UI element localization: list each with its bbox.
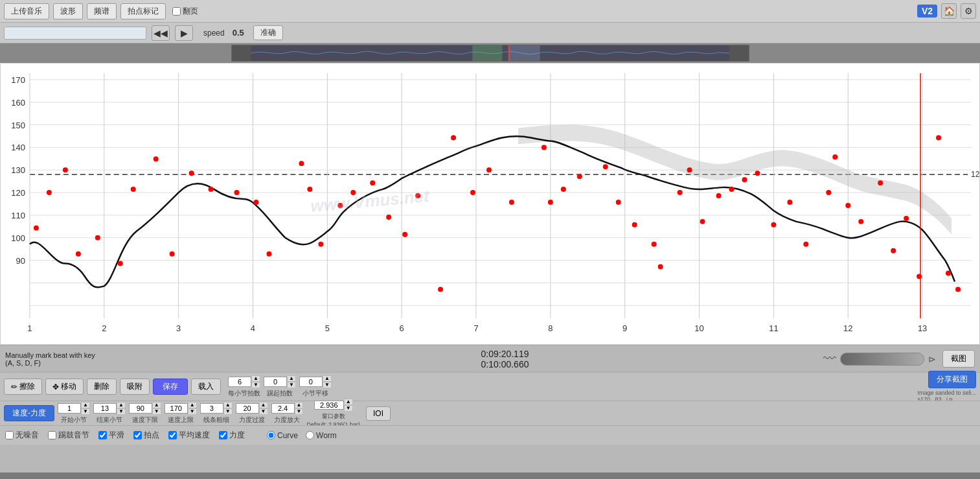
window-param-up[interactable]: ▲: [344, 399, 353, 405]
svg-text:9: 9: [622, 323, 627, 333]
small-beat-input[interactable]: [299, 377, 323, 387]
param-row: 速度-力度 ▲ ▼ 开始小节 ▲ ▼ 结束小节: [0, 401, 980, 425]
svg-point-56: [95, 235, 100, 240]
svg-text:128.5: 128.5: [971, 170, 979, 179]
svg-point-76: [451, 135, 456, 140]
zhunque-button[interactable]: 准确: [253, 25, 283, 40]
home-icon[interactable]: 🏠: [941, 3, 957, 19]
start-bar-input[interactable]: [58, 403, 81, 414]
start-beat-down[interactable]: ▼: [287, 382, 296, 388]
waveform-bar: [0, 43, 980, 63]
small-beat-down[interactable]: ▼: [323, 382, 332, 388]
line-width-up[interactable]: ▲: [223, 402, 233, 408]
force-timing-down[interactable]: ▼: [259, 408, 268, 415]
window-param-input[interactable]: [314, 401, 344, 410]
curve-radio[interactable]: [267, 431, 275, 439]
smooth-checkbox-label[interactable]: 平滑: [98, 430, 124, 441]
spectrum-button[interactable]: 频谱: [87, 3, 117, 19]
speed-upper-down[interactable]: ▼: [188, 408, 197, 415]
delete-button[interactable]: 删除: [87, 379, 117, 395]
beat-point-checkbox[interactable]: [133, 431, 142, 439]
upload-music-button[interactable]: 上传音乐: [4, 3, 49, 19]
speed-upper-input[interactable]: [165, 403, 188, 414]
drum-beat-label: 踢鼓音节: [58, 430, 89, 441]
no-noise-checkbox[interactable]: [5, 431, 14, 439]
force-checkbox[interactable]: [219, 431, 227, 439]
ioi-button[interactable]: IOI: [366, 406, 391, 421]
settings-icon[interactable]: ⚙: [961, 3, 976, 19]
speed-lower-down[interactable]: ▼: [152, 408, 161, 415]
svg-text:170: 170: [11, 75, 25, 85]
worm-radio[interactable]: [306, 431, 314, 439]
line-width-down[interactable]: ▼: [223, 408, 233, 415]
drum-beat-checkbox-label[interactable]: 踢鼓音节: [48, 430, 89, 441]
line-width-input[interactable]: [200, 403, 223, 414]
start-beat-up[interactable]: ▲: [287, 375, 296, 382]
svg-point-104: [891, 248, 896, 253]
svg-point-99: [826, 190, 831, 195]
svg-text:6: 6: [400, 323, 404, 333]
force-scale-up[interactable]: ▲: [295, 402, 304, 408]
checkbox-row: 无噪音 踢鼓音节 平滑 拍点 平均速度 力度 Curve: [0, 425, 980, 445]
move-button[interactable]: ✥ 移动: [45, 379, 84, 395]
hint-line2: (A, S, D, F): [5, 359, 187, 367]
save-button[interactable]: 保存: [153, 379, 188, 395]
erase-button[interactable]: ✏ 擦除: [4, 379, 42, 395]
svg-point-83: [577, 174, 582, 179]
avg-speed-checkbox[interactable]: [168, 431, 177, 439]
adsorb-button[interactable]: 吸附: [120, 379, 150, 395]
curve-radio-label[interactable]: Curve: [267, 431, 298, 440]
curve-worm-radio-group: Curve Worm: [267, 431, 337, 440]
speed-force-button[interactable]: 速度-力度: [4, 405, 54, 421]
avg-speed-checkbox-label[interactable]: 平均速度: [168, 430, 210, 441]
svg-rect-1: [472, 45, 502, 61]
end-bar-down[interactable]: ▼: [117, 408, 126, 415]
end-bar-input[interactable]: [93, 403, 117, 414]
erase-label: 擦除: [19, 381, 35, 392]
speed-lower-input[interactable]: [129, 403, 152, 414]
speed-upper-up[interactable]: ▲: [188, 402, 197, 408]
smooth-checkbox[interactable]: [98, 431, 107, 439]
per-bar-beats-input[interactable]: [228, 377, 251, 387]
wave-slider[interactable]: [840, 353, 924, 366]
fanye-label: 翻页: [183, 6, 198, 17]
end-bar-up[interactable]: ▲: [117, 402, 126, 408]
force-scale-input[interactable]: [271, 403, 295, 414]
waveform-container[interactable]: [231, 45, 749, 62]
small-beat-up[interactable]: ▲: [323, 375, 332, 382]
worm-radio-label[interactable]: Worm: [306, 431, 337, 440]
beat-mark-button[interactable]: 拍点标记: [120, 3, 166, 19]
window-param-down[interactable]: ▼: [344, 405, 353, 412]
no-noise-label: 无噪音: [16, 430, 39, 441]
start-bar-down[interactable]: ▼: [81, 408, 90, 415]
prev-button[interactable]: ◀◀: [152, 25, 170, 41]
per-bar-beats-up[interactable]: ▲: [251, 375, 260, 382]
second-toolbar: 匆成珍 ◀◀ ▶ speed 0.5 准确: [0, 23, 980, 43]
small-beat-label: 小节平移: [302, 389, 328, 398]
svg-text:160: 160: [11, 98, 25, 108]
play-button[interactable]: ▶: [175, 25, 193, 41]
per-bar-beats-down[interactable]: ▼: [251, 382, 260, 388]
fanye-checkbox[interactable]: [172, 7, 181, 16]
force-scale-down[interactable]: ▼: [295, 408, 304, 415]
beat-point-checkbox-label[interactable]: 拍点: [133, 430, 159, 441]
force-timing-input[interactable]: [236, 403, 259, 414]
svg-point-84: [603, 164, 608, 169]
speed-upper-label: 速度上限: [168, 415, 194, 425]
drum-beat-checkbox[interactable]: [48, 431, 56, 439]
force-checkbox-label[interactable]: 力度: [219, 430, 245, 441]
beat-point-label: 拍点: [144, 430, 159, 441]
force-timing-up[interactable]: ▲: [259, 402, 268, 408]
waveform-button[interactable]: 波形: [53, 3, 83, 19]
cut-button[interactable]: 截图: [942, 350, 975, 368]
start-bar-up[interactable]: ▲: [81, 402, 90, 408]
svg-text:2: 2: [102, 323, 106, 333]
import-button[interactable]: 载入: [191, 379, 221, 395]
no-noise-checkbox-label[interactable]: 无噪音: [5, 430, 39, 441]
start-beat-input[interactable]: [264, 377, 287, 387]
smooth-label: 平滑: [109, 430, 124, 441]
speed-lower-up[interactable]: ▲: [152, 402, 161, 408]
svg-point-87: [652, 242, 657, 247]
singer-input[interactable]: 匆成珍: [4, 27, 146, 40]
share-button[interactable]: 分享截图: [928, 371, 976, 388]
